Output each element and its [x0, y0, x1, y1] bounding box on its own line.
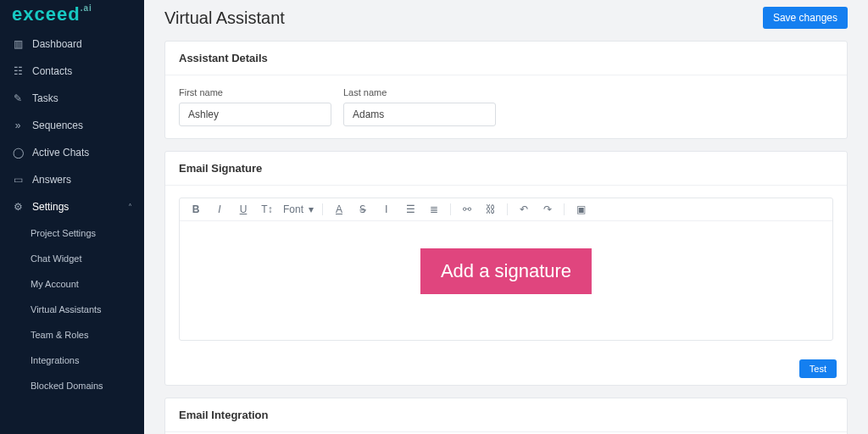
sidebar-item-label: Active Chats [32, 147, 89, 159]
clear-format-icon[interactable]: Ⅰ [379, 203, 394, 215]
card-title: Assistant Details [165, 42, 847, 75]
sidebar-item-tasks[interactable]: ✎ Tasks [0, 85, 144, 112]
sidebar-item-contacts[interactable]: ☷ Contacts [0, 58, 144, 85]
save-changes-button[interactable]: Save changes [763, 7, 848, 29]
undo-icon[interactable]: ↶ [516, 203, 531, 215]
font-select-label: Font [283, 203, 303, 215]
brand-logo: exceed.ai [0, 3, 144, 31]
first-name-input[interactable] [179, 103, 331, 126]
sidebar-item-settings[interactable]: ⚙ Settings ˄ [0, 193, 144, 220]
separator [507, 203, 508, 215]
page-header: Virtual Assistant Save changes [164, 7, 848, 29]
sidebar-nav: ▥ Dashboard ☷ Contacts ✎ Tasks » Sequenc… [0, 31, 144, 220]
subnav-team-roles[interactable]: Team & Roles [0, 322, 144, 348]
edit-square-icon: ✎ [12, 92, 24, 104]
italic-icon[interactable]: I [212, 203, 227, 215]
question-icon: ▭ [12, 174, 24, 186]
sidebar-item-active-chats[interactable]: ◯ Active Chats [0, 139, 144, 166]
separator [450, 203, 451, 215]
signature-editor: B I U T↕ Font ▾ A S̶ Ⅰ ☰ ≣ [179, 198, 833, 341]
underline-icon[interactable]: U [236, 203, 251, 215]
sidebar: exceed.ai ▥ Dashboard ☷ Contacts ✎ Tasks… [0, 0, 144, 434]
subnav-chat-widget[interactable]: Chat Widget [0, 246, 144, 271]
strikethrough-icon[interactable]: S̶ [355, 203, 370, 215]
last-name-label: Last name [343, 87, 496, 97]
card-title: Email Integration [165, 398, 847, 432]
text-size-icon[interactable]: T↕ [259, 203, 275, 215]
settings-subnav: Project Settings Chat Widget My Account … [0, 220, 144, 398]
subnav-my-account[interactable]: My Account [0, 271, 144, 297]
list-ul-icon[interactable]: ☰ [403, 203, 418, 215]
sidebar-item-label: Settings [32, 201, 69, 213]
brand-suffix: .ai [81, 3, 92, 13]
subnav-virtual-assistants[interactable]: Virtual Assistants [0, 297, 144, 322]
sidebar-item-label: Tasks [32, 92, 58, 104]
gear-icon: ⚙ [12, 201, 24, 213]
email-integration-card: Email Integration G Sync with Google Syn… [164, 398, 848, 434]
first-name-field: First name [179, 87, 331, 126]
font-select[interactable]: Font ▾ [283, 203, 323, 215]
test-button[interactable]: Test [799, 359, 837, 378]
address-book-icon: ☷ [12, 65, 24, 77]
first-name-label: First name [179, 87, 331, 97]
bar-chart-icon: ▥ [12, 38, 24, 50]
email-signature-card: Email Signature B I U T↕ Font ▾ A S̶ [164, 151, 848, 386]
sidebar-item-label: Sequences [32, 120, 83, 131]
bold-icon[interactable]: B [188, 203, 203, 215]
chevron-down-icon: ▾ [309, 203, 314, 215]
signature-callout: Add a signature [420, 248, 592, 294]
image-icon[interactable]: ▣ [573, 203, 588, 215]
separator [564, 203, 565, 215]
editor-toolbar: B I U T↕ Font ▾ A S̶ Ⅰ ☰ ≣ [180, 198, 832, 221]
subnav-blocked-domains[interactable]: Blocked Domains [0, 373, 144, 398]
link-icon[interactable]: ⚯ [459, 203, 475, 215]
list-ol-icon[interactable]: ≣ [426, 203, 442, 215]
sidebar-item-answers[interactable]: ▭ Answers [0, 166, 144, 193]
assistant-details-card: Assistant Details First name Last name [164, 41, 848, 139]
chevron-up-icon: ˄ [128, 203, 132, 212]
signature-textarea[interactable]: Add a signature [180, 221, 832, 340]
brand-name: exceed [12, 3, 81, 25]
sidebar-item-label: Answers [32, 174, 71, 186]
unlink-icon[interactable]: ⛓ [483, 203, 498, 215]
redo-icon[interactable]: ↷ [540, 203, 555, 215]
main-content: Virtual Assistant Save changes Assistant… [144, 0, 868, 434]
double-chevron-icon: » [12, 120, 24, 131]
last-name-input[interactable] [343, 103, 496, 126]
card-title: Email Signature [165, 152, 847, 186]
subnav-project-settings[interactable]: Project Settings [0, 220, 144, 246]
chat-bubble-icon: ◯ [12, 147, 24, 159]
text-color-icon[interactable]: A [331, 203, 347, 215]
page-title: Virtual Assistant [164, 8, 285, 28]
sidebar-item-label: Dashboard [32, 38, 82, 50]
subnav-integrations[interactable]: Integrations [0, 348, 144, 373]
last-name-field: Last name [343, 87, 496, 126]
sidebar-item-sequences[interactable]: » Sequences [0, 112, 144, 139]
sidebar-item-label: Contacts [32, 65, 72, 77]
sidebar-item-dashboard[interactable]: ▥ Dashboard [0, 31, 144, 58]
